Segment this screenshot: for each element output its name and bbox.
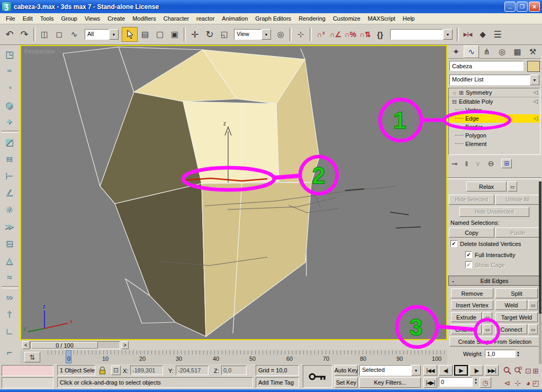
target-weld-button[interactable]: Target Weld	[495, 312, 538, 322]
expand-icon[interactable]: ⊞	[458, 89, 465, 96]
show-end-result-icon[interactable]: ‖	[465, 160, 468, 168]
angle-snap-icon[interactable]: ∩∠	[328, 28, 343, 41]
goto-end-button[interactable]: ▶▶|	[485, 365, 499, 376]
menu-edit[interactable]: Edit	[19, 14, 37, 23]
chevron-down-icon[interactable]: ▼	[443, 29, 453, 40]
pin-stack-icon[interactable]: ⊸	[451, 159, 458, 168]
window-crossing-icon[interactable]: ▣	[167, 28, 182, 41]
use-center-icon[interactable]: ◎	[273, 28, 288, 41]
menu-character[interactable]: Character	[160, 14, 193, 23]
relax-button[interactable]: Relax	[466, 181, 507, 192]
reactor-rope-collection-icon[interactable]: ◉	[0, 98, 18, 112]
chamfer-settings-button[interactable]: ▭	[483, 324, 492, 334]
collapse-icon[interactable]: ⊟	[451, 98, 458, 105]
weight-spinner[interactable]: ▲▼	[517, 351, 520, 357]
make-unique-icon[interactable]: ⋎	[475, 160, 481, 168]
stack-subitem-edge[interactable]: Edge ◁	[449, 114, 540, 123]
select-and-manipulate-icon[interactable]: ⊹	[293, 28, 308, 41]
configure-modifier-sets-icon[interactable]: ⊞	[501, 159, 512, 168]
panel-scrollbar[interactable]	[539, 181, 541, 364]
tab-hierarchy[interactable]: ⋔	[479, 45, 494, 59]
menu-tools[interactable]: Tools	[37, 14, 58, 23]
x-coordinate-field[interactable]	[130, 366, 163, 375]
reactor-point-point-constraint-icon[interactable]: ⌐	[0, 345, 18, 359]
menu-file[interactable]: File	[2, 14, 19, 23]
lightbulb-icon[interactable]: ☼	[451, 89, 458, 96]
menu-group[interactable]: Group	[57, 14, 81, 23]
split-button[interactable]: Split	[495, 288, 538, 298]
spinner-snap-icon[interactable]: ∩⇅	[358, 28, 373, 41]
track-bar[interactable]: ⇅ 0 10 20 30 40 50 60 70 80 90 100	[20, 350, 447, 364]
full-interactivity-checkbox[interactable]: ✓ Full Interactivity	[465, 251, 515, 258]
layer-manager-icon[interactable]: ☰	[490, 28, 505, 41]
chamfer-button[interactable]: Chamfer	[451, 324, 482, 334]
menu-views[interactable]: Views	[81, 14, 104, 23]
selection-lock-icon[interactable]	[97, 366, 107, 375]
play-button[interactable]: ▶	[454, 365, 468, 376]
chevron-down-icon[interactable]: ▼	[261, 29, 271, 40]
close-button[interactable]: ×	[529, 2, 540, 12]
named-selection-sets-icon[interactable]: {}	[373, 28, 387, 41]
viewport-perspective[interactable]: Perspective	[20, 45, 447, 340]
absolute-offset-toggle-icon[interactable]: ⊡	[111, 366, 121, 375]
edit-edges-rollout-header[interactable]: - Edit Edges	[448, 276, 540, 286]
goto-start-button[interactable]: |◀◀	[423, 365, 437, 376]
menu-reactor[interactable]: reactor	[193, 14, 218, 23]
tab-modify[interactable]: ∿	[464, 45, 479, 58]
menu-animation[interactable]: Animation	[218, 14, 251, 23]
min-max-toggle-icon[interactable]: ◰	[529, 377, 542, 388]
delete-isolated-vertices-checkbox[interactable]: ✓ Delete Isolated Vertices	[450, 240, 521, 247]
reactor-soft-body-collection-icon[interactable]: ◔	[0, 81, 18, 95]
tab-utilities[interactable]: ⚒	[525, 45, 540, 59]
time-slider-track[interactable]: 0 / 100	[30, 341, 120, 349]
stack-subitem-vertex[interactable]: Vertex	[449, 106, 540, 114]
tab-motion[interactable]: ◎	[494, 45, 510, 59]
reactor-ragdoll-constraint-icon[interactable]: †	[0, 307, 18, 321]
frame-spinner[interactable]: ▲▼	[474, 378, 477, 385]
weight-field[interactable]	[485, 350, 516, 358]
extrude-button[interactable]: Extrude	[451, 312, 482, 322]
maximize-button[interactable]: ❐	[517, 2, 528, 12]
named-selection-dropdown[interactable]: ▼	[390, 29, 453, 40]
reactor-fracture-icon[interactable]: ◮	[0, 253, 18, 267]
reactor-wind-icon[interactable]: ≫	[0, 220, 18, 233]
weld-settings-button[interactable]: ▭	[528, 300, 538, 310]
connect-settings-button[interactable]: ▭	[528, 324, 538, 334]
tab-create[interactable]: ✦	[448, 45, 464, 59]
current-frame-field[interactable]	[439, 377, 473, 387]
time-slider-prev-button[interactable]: <	[22, 341, 30, 349]
y-coordinate-field[interactable]	[176, 366, 209, 375]
mirror-icon[interactable]: ▶|◀	[460, 28, 475, 41]
unhide-all-button[interactable]: Unhide All	[495, 195, 540, 205]
redo-icon[interactable]: ↷	[17, 28, 32, 41]
reactor-hinge-constraint-icon[interactable]: ∟	[0, 324, 18, 338]
set-key-button[interactable]: Set Key	[335, 377, 358, 388]
reactor-linear-dashpot-icon[interactable]: ⊢	[0, 169, 18, 183]
select-and-rotate-icon[interactable]: ↻	[202, 28, 217, 41]
reference-coordsys-dropdown[interactable]: View ▼	[234, 29, 271, 40]
checkbox-checked-icon[interactable]: ✓	[465, 261, 472, 268]
menu-customize[interactable]: Customize	[329, 14, 364, 23]
select-and-link-icon[interactable]: ◫	[37, 28, 52, 41]
remove-modifier-icon[interactable]: ⊖	[488, 159, 494, 168]
add-time-tag[interactable]: Add Time Tag	[256, 377, 299, 388]
show-cage-checkbox[interactable]: ✓ Show Cage	[465, 261, 505, 268]
reactor-spring-icon[interactable]: ≋	[0, 152, 18, 166]
chevron-down-icon[interactable]: ▼	[109, 29, 119, 40]
paste-button[interactable]: Paste	[495, 227, 540, 238]
stack-item-editable-poly[interactable]: ⊟ Editable Poly ◁	[449, 97, 540, 106]
connect-button[interactable]: Connect	[495, 324, 527, 334]
auto-key-button[interactable]: Auto Key	[335, 365, 358, 376]
object-color-swatch[interactable]	[527, 61, 540, 72]
remove-button[interactable]: Remove	[451, 288, 493, 298]
reactor-water-icon[interactable]: ≈	[0, 270, 18, 284]
relax-settings-button[interactable]: ▭	[508, 181, 517, 192]
track-ruler[interactable]: 0 10 20 30 40 50 60 70 80 90 100	[46, 350, 447, 364]
hide-selected-button[interactable]: Hide Selected	[449, 195, 494, 205]
minimize-button[interactable]: —	[504, 2, 516, 12]
rollout-collapse-icon[interactable]: -	[449, 278, 457, 284]
rectangular-selection-region-icon[interactable]: ▢	[152, 28, 167, 41]
menu-help[interactable]: Help	[399, 14, 419, 23]
undo-icon[interactable]: ↶	[2, 28, 17, 41]
select-and-scale-icon[interactable]: ◱	[217, 28, 232, 41]
